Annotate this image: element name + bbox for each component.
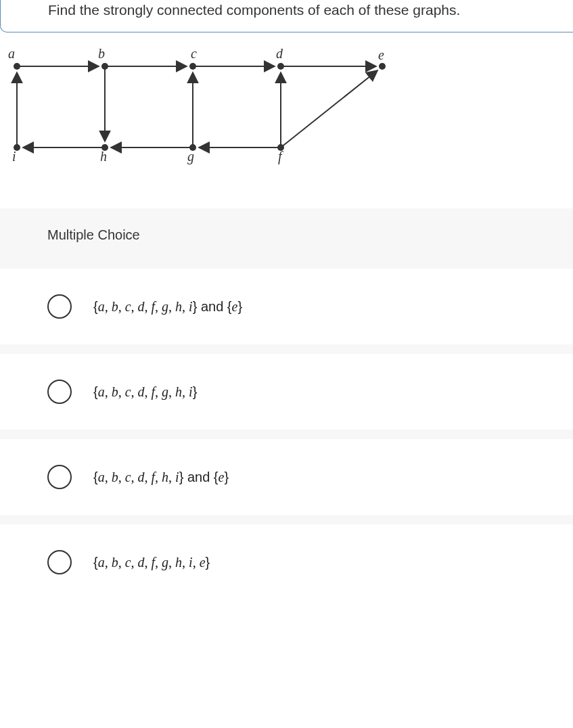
option-label: {a, b, c, d, f, g, h, i} [93, 384, 197, 400]
option-row[interactable]: {a, b, c, d, f, h, i} and {e} [0, 439, 573, 515]
option-label: {a, b, c, d, f, g, h, i} and {e} [93, 299, 242, 315]
svg-point-16 [379, 63, 386, 70]
vertex-label-f: f [278, 149, 282, 164]
vertex-label-i: i [12, 149, 16, 164]
svg-line-8 [281, 70, 377, 147]
option-label: {a, b, c, d, f, h, i} and {e} [93, 470, 229, 485]
radio-icon[interactable] [47, 294, 72, 319]
graph-svg [7, 46, 399, 168]
svg-point-14 [189, 63, 196, 70]
question-prompt: Find the strongly connected components o… [48, 0, 559, 20]
radio-icon[interactable] [47, 550, 72, 574]
option-row[interactable]: {a, b, c, d, f, g, h, i, e} [0, 524, 573, 600]
vertex-label-c: c [191, 46, 197, 62]
vertex-label-g: g [187, 149, 194, 164]
option-row[interactable]: {a, b, c, d, f, g, h, i} [0, 354, 573, 430]
mc-heading: Multiple Choice [0, 227, 573, 259]
vertex-label-d: d [276, 46, 283, 62]
vertex-label-b: b [98, 46, 105, 62]
question-box: Find the strongly connected components o… [0, 0, 573, 32]
radio-icon[interactable] [47, 465, 72, 489]
svg-point-15 [277, 63, 284, 70]
svg-point-13 [101, 63, 108, 70]
option-row[interactable]: {a, b, c, d, f, g, h, i} and {e} [0, 269, 573, 344]
graph-figure: a b c d e i h g f [7, 46, 399, 168]
vertex-label-e: e [378, 47, 384, 63]
svg-point-12 [14, 63, 20, 70]
vertex-label-a: a [8, 46, 15, 62]
multiple-choice-block: Multiple Choice {a, b, c, d, f, g, h, i}… [0, 208, 573, 600]
vertex-label-h: h [100, 149, 107, 164]
option-label: {a, b, c, d, f, g, h, i, e} [93, 555, 210, 570]
radio-icon[interactable] [47, 380, 72, 404]
